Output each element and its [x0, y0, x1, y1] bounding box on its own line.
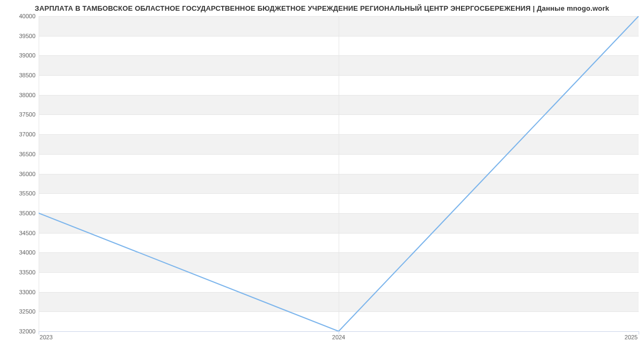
y-tick-label: 33000	[3, 289, 35, 295]
x-tick-label: 2025	[625, 334, 638, 340]
y-tick-label: 33500	[3, 269, 35, 275]
y-tick-label: 34000	[3, 249, 35, 256]
chart-title: ЗАРПЛАТА В ТАМБОВСКОЕ ОБЛАСТНОЕ ГОСУДАРС…	[0, 4, 644, 12]
y-tick-label: 32000	[3, 328, 35, 335]
y-tick-label: 39500	[3, 33, 35, 39]
line-series-svg	[39, 16, 639, 331]
y-tick-label: 34500	[3, 230, 35, 236]
series-line	[39, 16, 639, 331]
x-tick-label: 2024	[332, 334, 345, 340]
x-tick-label: 2023	[40, 334, 53, 340]
y-tick-label: 35500	[3, 190, 35, 197]
y-tick-label: 36000	[3, 171, 35, 177]
x-tick	[639, 331, 639, 335]
y-tick-label: 36500	[3, 151, 35, 157]
y-tick-label: 39000	[3, 52, 35, 59]
plot-area[interactable]	[39, 16, 639, 332]
y-tick-label: 35000	[3, 210, 35, 216]
y-tick-label: 32500	[3, 308, 35, 315]
y-tick-label: 38000	[3, 92, 35, 98]
y-tick-label: 37000	[3, 131, 35, 137]
y-tick-label: 37500	[3, 111, 35, 118]
y-tick-label: 38500	[3, 72, 35, 78]
salary-chart: ЗАРПЛАТА В ТАМБОВСКОЕ ОБЛАСТНОЕ ГОСУДАРС…	[0, 0, 644, 349]
y-tick-label: 40000	[3, 13, 35, 19]
